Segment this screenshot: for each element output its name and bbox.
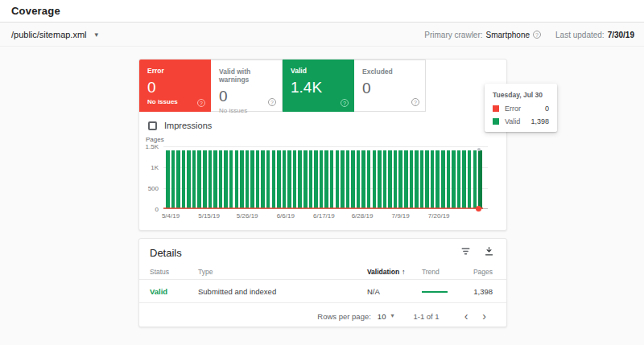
impressions-toggle[interactable]: Impressions — [148, 121, 212, 130]
coverage-chart[interactable] — [163, 146, 488, 209]
help-icon[interactable]: ? — [533, 31, 541, 39]
rows-per-page-value: 10 — [378, 312, 386, 321]
valid-bar[interactable] — [357, 150, 361, 208]
valid-bar[interactable] — [373, 150, 377, 208]
prev-page-button[interactable]: ‹ — [457, 310, 476, 322]
column-pages[interactable]: Pages — [473, 268, 493, 276]
valid-bar[interactable] — [293, 150, 297, 208]
valid-bar[interactable] — [346, 150, 350, 208]
card-error[interactable]: Error 0 No issues ? — [139, 60, 211, 112]
primary-crawler-label: Primary crawler: — [424, 31, 482, 39]
valid-bar[interactable] — [246, 150, 250, 208]
column-trend[interactable]: Trend — [422, 268, 473, 276]
valid-bar[interactable] — [256, 150, 260, 208]
help-icon[interactable]: ? — [341, 99, 349, 107]
valid-bar[interactable] — [336, 150, 340, 208]
table-row[interactable]: Valid Submitted and indexed N/A 1,398 — [139, 279, 506, 302]
valid-bar[interactable] — [420, 150, 424, 208]
valid-bar[interactable] — [361, 150, 365, 208]
valid-bar[interactable] — [298, 150, 302, 208]
valid-bar[interactable] — [468, 150, 472, 208]
card-excluded[interactable]: Excluded 0 ? — [354, 60, 426, 112]
filter-icon[interactable] — [460, 246, 471, 257]
valid-bar[interactable] — [367, 150, 371, 208]
valid-bar[interactable] — [224, 150, 228, 208]
rows-per-page-select[interactable]: 10 ▾ — [378, 312, 394, 321]
valid-bar[interactable] — [447, 150, 451, 208]
valid-bar[interactable] — [378, 150, 382, 208]
valid-bar[interactable] — [388, 150, 392, 208]
valid-bar[interactable] — [203, 150, 207, 208]
valid-bar[interactable] — [314, 150, 318, 208]
valid-bar[interactable] — [213, 150, 217, 208]
help-icon[interactable]: ? — [268, 98, 276, 106]
valid-bar[interactable] — [351, 150, 355, 208]
last-updated-label: Last updated: — [555, 31, 605, 39]
row-pages: 1,398 — [473, 287, 493, 296]
valid-bar[interactable] — [383, 150, 387, 208]
valid-bar[interactable] — [219, 150, 223, 208]
valid-bar[interactable] — [478, 150, 482, 208]
valid-bar[interactable] — [250, 150, 254, 208]
valid-bar[interactable] — [229, 150, 233, 208]
toolbar-meta: Primary crawler: Smartphone ? Last updat… — [424, 31, 634, 39]
valid-bar[interactable] — [462, 150, 466, 208]
column-validation[interactable]: Validation↑ — [367, 268, 422, 276]
valid-bar[interactable] — [235, 150, 239, 208]
primary-crawler-value: Smartphone — [486, 31, 530, 39]
valid-bar[interactable] — [277, 150, 281, 208]
valid-bar[interactable] — [176, 150, 180, 208]
impressions-checkbox[interactable] — [148, 121, 157, 130]
card-value: 0 — [147, 79, 204, 96]
valid-bar[interactable] — [425, 150, 429, 208]
valid-bar[interactable] — [272, 150, 276, 208]
valid-bar[interactable] — [283, 150, 287, 208]
download-icon[interactable] — [484, 246, 494, 257]
card-valid-with-warnings[interactable]: Valid with warnings 0 No issues ? — [211, 60, 283, 112]
valid-bar[interactable] — [330, 150, 334, 208]
valid-bar[interactable] — [171, 150, 175, 208]
valid-bar[interactable] — [341, 150, 345, 208]
valid-bar[interactable] — [192, 150, 196, 208]
valid-bar[interactable] — [415, 150, 419, 208]
valid-bar[interactable] — [410, 150, 414, 208]
valid-bar[interactable] — [240, 150, 244, 208]
valid-bar[interactable] — [287, 150, 291, 208]
valid-bar[interactable] — [452, 150, 456, 208]
valid-bar[interactable] — [309, 150, 313, 208]
help-icon[interactable]: ? — [197, 99, 205, 107]
valid-bar[interactable] — [394, 150, 398, 208]
row-validation: N/A — [367, 287, 422, 296]
valid-bar[interactable] — [303, 150, 308, 208]
details-panel: Details Status Type Validation↑ Trend Pa… — [138, 238, 507, 327]
valid-bar[interactable] — [431, 150, 435, 208]
valid-bar[interactable] — [182, 150, 186, 208]
sitemap-selector[interactable]: /public/sitemap.xml ▾ — [11, 30, 98, 39]
valid-bar[interactable] — [187, 150, 191, 208]
valid-bar[interactable] — [436, 150, 440, 208]
valid-bar[interactable] — [324, 150, 328, 208]
chevron-down-icon: ▾ — [95, 31, 99, 39]
column-status[interactable]: Status — [150, 268, 198, 276]
next-page-button[interactable]: › — [475, 310, 493, 322]
valid-bar[interactable] — [404, 150, 408, 208]
valid-bar[interactable] — [473, 150, 477, 208]
valid-bar[interactable] — [197, 150, 201, 208]
help-icon[interactable]: ? — [411, 98, 419, 106]
valid-bar[interactable] — [261, 150, 265, 208]
rows-per-page-label: Rows per page: — [317, 312, 371, 321]
valid-bar[interactable] — [441, 150, 445, 208]
valid-bar[interactable] — [266, 150, 270, 208]
hover-marker-valid — [477, 148, 481, 151]
valid-bar[interactable] — [457, 150, 461, 208]
column-type[interactable]: Type — [198, 268, 367, 276]
card-valid[interactable]: Valid 1.4K ? — [283, 60, 354, 112]
valid-bar[interactable] — [398, 150, 402, 208]
row-trend — [422, 287, 473, 296]
tooltip-value: 1,398 — [530, 117, 549, 125]
chart-y-ticks: 1.5K1K5000 — [139, 146, 160, 209]
valid-bar[interactable] — [320, 150, 324, 208]
valid-bar[interactable] — [208, 150, 213, 208]
y-tick-label: 500 — [148, 185, 159, 192]
valid-bar[interactable] — [166, 150, 170, 208]
